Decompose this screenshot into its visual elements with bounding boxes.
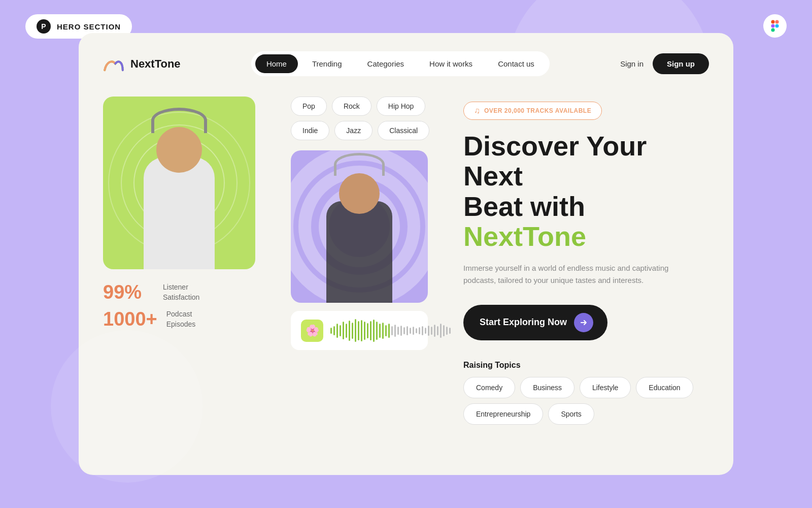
waveform-bar (422, 326, 423, 335)
svg-point-4 (775, 24, 779, 27)
waveform-bar (333, 326, 335, 335)
nav-contact[interactable]: Contact us (487, 54, 546, 73)
nav-trending[interactable]: Trending (301, 54, 353, 73)
left-column: 99% Listener Satisfaction 1000+ Podcast … (103, 97, 276, 454)
waveform-bar (425, 328, 426, 334)
svg-rect-2 (771, 24, 774, 27)
waveform-bar (407, 326, 408, 335)
genre-indie[interactable]: Indie (291, 121, 329, 140)
waveform-bar (346, 324, 347, 338)
waveform-bar (416, 328, 417, 333)
nav-how-it-works[interactable]: How it works (418, 54, 484, 73)
waveform-bar (358, 321, 359, 340)
genre-row-1: Pop Rock Hip Hop (291, 97, 438, 116)
content-area: 99% Listener Satisfaction 1000+ Podcast … (103, 97, 709, 454)
hero-image-card (103, 97, 255, 269)
right-column: ♫ OVER 20,000 TRACKS AVAILABLE Discover … (438, 97, 709, 454)
waveform-bar (403, 327, 405, 334)
stat-satisfaction-value: 99% (103, 281, 154, 303)
nav-categories[interactable]: Categories (356, 54, 416, 73)
topics-label: Raising Topics (463, 361, 709, 370)
waveform-bar (397, 327, 399, 335)
topics-tags: Comedy Business Lifestyle Education Entr… (463, 377, 709, 425)
waveform-bar (385, 325, 387, 336)
topics-row-2: Entrepreneurship Sports (463, 403, 709, 425)
nav-actions: Sign in Sign up (620, 53, 709, 74)
topic-education[interactable]: Education (636, 377, 693, 398)
audio-thumbnail: 🌸 (301, 320, 323, 342)
main-card: NextTone Home Trending Categories How it… (79, 33, 733, 475)
topic-comedy[interactable]: Comedy (463, 377, 515, 398)
genre-pop[interactable]: Pop (291, 97, 327, 116)
logo: NextTone (103, 56, 181, 72)
hero-person-image (123, 112, 235, 269)
stat-row-episodes: 1000+ Podcast Episodes (103, 308, 276, 330)
waveform-bar (413, 327, 414, 335)
genre-jazz[interactable]: Jazz (334, 121, 373, 140)
waveform-bar (388, 324, 390, 338)
waveform-bar (355, 319, 356, 342)
waveform-bar (343, 322, 344, 339)
waveform-bar (349, 321, 350, 341)
waveform-bar (431, 327, 432, 335)
topics-section: Raising Topics Comedy Business Lifestyle… (463, 361, 709, 425)
stat-episodes-label: Podcast Episodes (166, 309, 196, 329)
purple-image-card (291, 150, 428, 303)
waveform-bar (410, 328, 411, 334)
nav-home[interactable]: Home (255, 54, 298, 73)
tracks-badge: ♫ OVER 20,000 TRACKS AVAILABLE (463, 102, 602, 120)
topic-sports[interactable]: Sports (548, 403, 594, 425)
waveform-bar (361, 320, 362, 341)
topic-entrepreneurship[interactable]: Entrepreneurship (463, 403, 543, 425)
topic-lifestyle[interactable]: Lifestyle (580, 377, 631, 398)
stats-section: 99% Listener Satisfaction 1000+ Podcast … (103, 281, 276, 330)
purple-person-image (309, 161, 410, 303)
cta-label: Start Exploring Now (480, 317, 567, 328)
genre-tags: Pop Rock Hip Hop Indie Jazz Classical (291, 97, 438, 140)
stat-row-satisfaction: 99% Listener Satisfaction (103, 281, 276, 303)
waveform-bar (340, 325, 341, 336)
sign-in-button[interactable]: Sign in (620, 59, 644, 68)
cta-button[interactable]: Start Exploring Now (463, 305, 607, 340)
waveform-bar (382, 323, 384, 339)
waveform-bar (373, 320, 375, 342)
topic-business[interactable]: Business (520, 377, 574, 398)
topics-row-1: Comedy Business Lifestyle Education (463, 377, 709, 398)
waveform-bar (400, 326, 402, 336)
hero-headline: Discover Your Next Beat with NextTone (463, 131, 709, 252)
genre-rock[interactable]: Rock (332, 97, 371, 116)
genre-row-2: Indie Jazz Classical (291, 121, 438, 140)
genre-hiphop[interactable]: Hip Hop (377, 97, 426, 116)
waveform-bar (352, 323, 353, 339)
cta-arrow-icon (574, 313, 593, 332)
figma-icon (763, 14, 787, 38)
waveform-bar (434, 325, 435, 337)
logo-icon (103, 56, 124, 72)
waveform-bar (394, 325, 396, 337)
hero-subtext: Immerse yourself in a world of endless m… (463, 262, 682, 287)
navbar: NextTone Home Trending Categories How it… (103, 51, 709, 76)
svg-rect-0 (771, 20, 774, 23)
waveform-bar (336, 324, 338, 338)
waveform-bar (379, 324, 381, 338)
nav-links: Home Trending Categories How it works Co… (251, 51, 550, 76)
top-bar-icon: P (37, 19, 51, 34)
tracks-badge-text: OVER 20,000 TRACKS AVAILABLE (484, 107, 591, 114)
waveform (330, 319, 451, 342)
stat-episodes-value: 1000+ (103, 308, 157, 330)
logo-text: NextTone (130, 57, 181, 71)
waveform-bar (367, 323, 368, 338)
waveform-bar (428, 326, 429, 336)
music-note-icon: ♫ (474, 106, 480, 115)
waveform-bar (376, 322, 378, 340)
top-bar-title: HERO SECTION (57, 22, 121, 31)
waveform-bar (330, 328, 332, 334)
stat-satisfaction-label: Listener Satisfaction (163, 282, 199, 302)
waveform-bar (364, 322, 365, 340)
audio-player-card[interactable]: 🌸 (291, 311, 428, 350)
sign-up-button[interactable]: Sign up (653, 53, 709, 74)
genre-classical[interactable]: Classical (378, 121, 429, 140)
waveform-bar (370, 321, 371, 340)
middle-column: Pop Rock Hip Hop Indie Jazz Classical (276, 97, 438, 454)
waveform-bar (419, 327, 420, 334)
